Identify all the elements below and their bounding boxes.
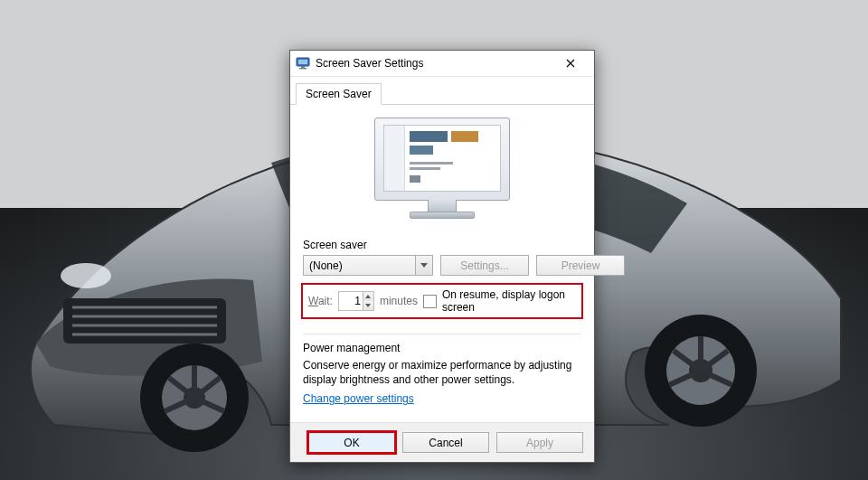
window-title: Screen Saver Settings: [316, 57, 551, 70]
settings-button[interactable]: Settings...: [440, 255, 529, 276]
resume-logon-checkbox[interactable]: [423, 295, 437, 308]
change-power-settings-link[interactable]: Change power settings: [303, 392, 581, 405]
tab-body: Screen saver (None) Settings... Preview …: [290, 105, 594, 422]
spinner-down[interactable]: [363, 301, 373, 310]
close-button[interactable]: [551, 51, 590, 76]
wait-spinner[interactable]: [338, 291, 374, 311]
power-group-label: Power management: [303, 342, 581, 354]
wait-row-highlight: Wait: minutes On resume, display logon s…: [301, 283, 583, 319]
dialog-client-area: Screen Saver: [290, 77, 594, 462]
power-description: Conserve energy or maximize performance …: [303, 358, 581, 387]
wait-units: minutes: [380, 295, 418, 307]
screensaver-dropdown[interactable]: (None): [303, 255, 433, 276]
dropdown-button[interactable]: [415, 256, 432, 275]
screensaver-group-label: Screen saver: [303, 239, 581, 251]
dialog-footer: OK Cancel Apply: [290, 422, 594, 462]
resume-logon-label: On resume, display logon screen: [442, 288, 576, 314]
wait-label: Wait:: [308, 295, 333, 307]
apply-button[interactable]: Apply: [496, 432, 583, 453]
chevron-down-icon: [365, 304, 371, 307]
svg-rect-25: [298, 60, 307, 64]
screen-saver-settings-dialog: Screen Saver Settings Screen Saver: [289, 50, 595, 463]
monitor-preview: [303, 118, 581, 226]
svg-rect-26: [301, 66, 305, 68]
svg-rect-2: [63, 298, 226, 344]
ok-button[interactable]: OK: [308, 432, 395, 453]
svg-rect-27: [299, 68, 307, 70]
tab-screen-saver[interactable]: Screen Saver: [296, 83, 382, 105]
titlebar[interactable]: Screen Saver Settings: [290, 51, 594, 77]
close-icon: [566, 59, 575, 68]
chevron-down-icon: [420, 263, 428, 268]
separator: [303, 334, 581, 334]
chevron-up-icon: [365, 295, 371, 298]
app-icon: [296, 56, 310, 71]
svg-point-23: [61, 263, 111, 288]
wait-value-input[interactable]: [339, 292, 363, 310]
spinner-up[interactable]: [363, 292, 373, 301]
cancel-button[interactable]: Cancel: [402, 432, 489, 453]
tab-strip: Screen Saver: [290, 77, 594, 105]
preview-button[interactable]: Preview: [536, 255, 625, 276]
screensaver-selected: (None): [309, 259, 343, 272]
